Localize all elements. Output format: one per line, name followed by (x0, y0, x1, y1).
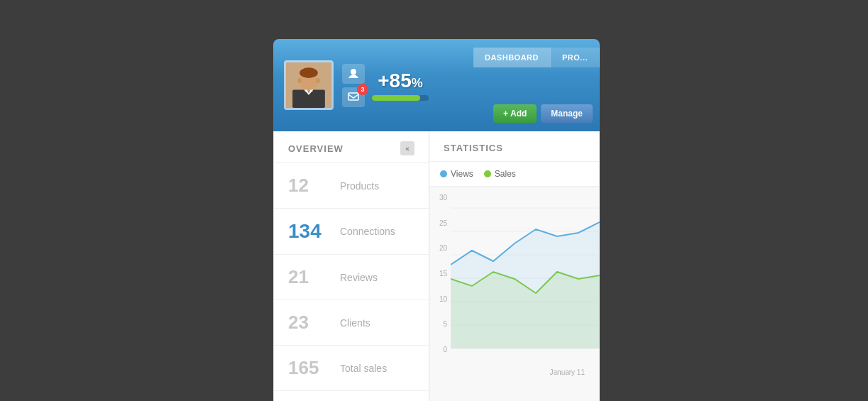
svg-rect-1 (292, 89, 325, 108)
overview-header: OVERVIEW « (274, 131, 429, 163)
svg-point-8 (351, 69, 356, 75)
stat-connections-number: 134 (288, 220, 334, 243)
stat-products-label: Products (340, 180, 379, 192)
overview-panel: OVERVIEW « 12 Products 134 Connections 2… (273, 131, 429, 401)
tab-pro[interactable]: PRO... (551, 48, 600, 67)
stat-connections[interactable]: 134 Connections (274, 209, 429, 255)
legend-views: Views (440, 169, 473, 179)
stats-title: STATISTICS (444, 143, 503, 153)
svg-point-5 (297, 78, 301, 83)
chart-y-axis: 30 25 20 15 10 5 0 (433, 194, 447, 353)
legend-sales-label: Sales (495, 169, 516, 179)
header-icons: 3 (342, 64, 365, 107)
stat-products[interactable]: 12 Products (274, 163, 429, 209)
legend-sales-dot (484, 170, 491, 177)
notification-badge: 3 (357, 84, 368, 95)
x-axis-label: January 11 (433, 368, 592, 376)
content-area: OVERVIEW « 12 Products 134 Connections 2… (273, 131, 600, 401)
statistics-panel: STATISTICS Views Sales 30 25 20 15 (429, 131, 600, 401)
chart-svg (451, 194, 600, 364)
svg-point-6 (316, 78, 319, 83)
header-bar: 3 +85% DASHBOARD PRO... + Add Manage (273, 39, 600, 131)
y-label-30: 30 (433, 194, 447, 202)
message-icon-btn[interactable]: 3 (342, 87, 365, 107)
stat-total-sales-label: Total sales (340, 363, 387, 374)
legend-views-dot (440, 170, 447, 177)
legend-views-label: Views (451, 169, 473, 179)
main-container: 3 +85% DASHBOARD PRO... + Add Manage OVE (273, 39, 600, 401)
tab-dashboard[interactable]: DASHBOARD (473, 48, 551, 67)
y-label-5: 5 (433, 320, 447, 328)
svg-rect-9 (348, 93, 358, 100)
y-label-15: 15 (433, 270, 447, 278)
progress-bar-fill (372, 95, 420, 101)
overview-title: OVERVIEW (288, 143, 344, 154)
svg-marker-18 (451, 222, 600, 348)
stat-clients-number: 23 (288, 312, 334, 334)
stat-total-sales[interactable]: 165 Total sales (274, 346, 429, 391)
svg-point-4 (300, 67, 318, 78)
avatar (284, 60, 334, 110)
y-label-0: 0 (433, 346, 447, 353)
y-label-20: 20 (433, 244, 447, 252)
y-label-25: 25 (433, 219, 447, 227)
stat-products-number: 12 (288, 175, 334, 197)
progress-bar (372, 95, 429, 101)
stat-total-sales-number: 165 (288, 357, 334, 379)
avatar-image (286, 62, 331, 108)
profile-icon-btn[interactable] (342, 64, 365, 84)
chart-legend: Views Sales (429, 162, 599, 187)
nav-tabs: DASHBOARD PRO... (473, 48, 600, 67)
stat-connections-label: Connections (340, 226, 395, 237)
stat-clients[interactable]: 23 Clients (274, 300, 429, 346)
percent-display: +85% (372, 70, 429, 101)
collapse-button[interactable]: « (400, 141, 414, 155)
manage-button[interactable]: Manage (541, 104, 593, 123)
percent-value: +85% (378, 70, 423, 92)
action-buttons: + Add Manage (493, 104, 593, 123)
stat-reviews-number: 21 (288, 266, 334, 288)
stats-header: STATISTICS (429, 131, 599, 162)
stat-clients-label: Clients (340, 317, 370, 329)
chart-area: 30 25 20 15 10 5 0 (429, 187, 599, 371)
stat-reviews-label: Reviews (340, 272, 378, 283)
legend-sales: Sales (484, 169, 516, 179)
add-button[interactable]: + Add (493, 104, 537, 123)
stat-reviews[interactable]: 21 Reviews (274, 255, 429, 300)
y-label-10: 10 (433, 295, 447, 303)
